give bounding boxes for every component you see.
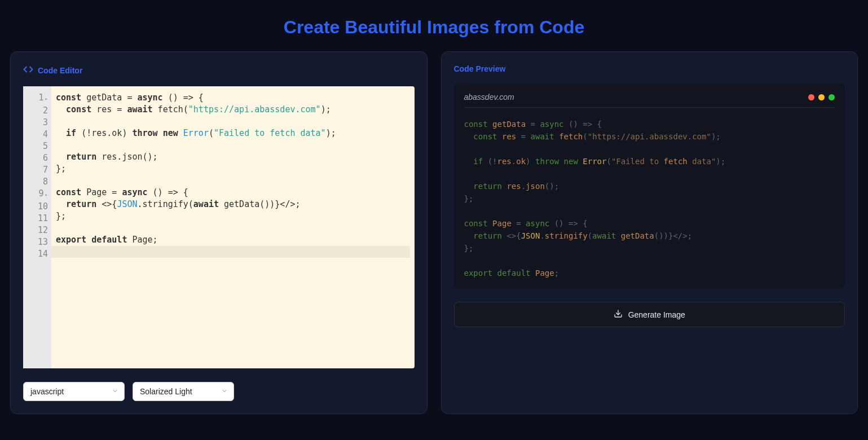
editor-controls: javascript Solarized Light	[23, 382, 415, 401]
language-select-value: javascript	[30, 387, 64, 396]
main-container: Code Editor 1234567891011121314 const ge…	[0, 51, 868, 424]
download-icon	[614, 309, 623, 320]
line-gutter: 1234567891011121314	[23, 86, 51, 368]
code-icon	[23, 64, 33, 76]
chevron-down-icon	[221, 387, 228, 396]
editor-label: Code Editor	[38, 66, 82, 75]
theme-select-value: Solarized Light	[140, 387, 192, 396]
editor-code-content[interactable]: const getData = async () => { const res …	[51, 86, 415, 368]
preview-titlebar: abassdev.com	[464, 93, 835, 108]
maximize-dot-icon	[829, 94, 835, 100]
preview-label: Code Preview	[454, 64, 506, 73]
minimize-dot-icon	[818, 94, 825, 100]
editor-panel: Code Editor 1234567891011121314 const ge…	[10, 51, 428, 414]
preview-header: Code Preview	[454, 64, 845, 73]
preview-code-content: const getData = async () => { const res …	[464, 118, 835, 279]
code-editor[interactable]: 1234567891011121314 const getData = asyn…	[23, 86, 415, 368]
preview-window: abassdev.com const getData = async () =>…	[454, 83, 845, 288]
traffic-lights	[808, 94, 835, 100]
close-dot-icon	[808, 94, 814, 100]
generate-button-label: Generate Image	[628, 310, 685, 319]
editor-header: Code Editor	[23, 64, 415, 76]
preview-domain: abassdev.com	[464, 93, 514, 102]
preview-panel: Code Preview abassdev.com const getData …	[441, 51, 858, 414]
language-select[interactable]: javascript	[23, 382, 125, 401]
page-title: Create Beautiful Images from Code	[0, 0, 868, 51]
generate-image-button[interactable]: Generate Image	[454, 302, 845, 327]
theme-select[interactable]: Solarized Light	[133, 382, 234, 401]
chevron-down-icon	[112, 387, 118, 396]
